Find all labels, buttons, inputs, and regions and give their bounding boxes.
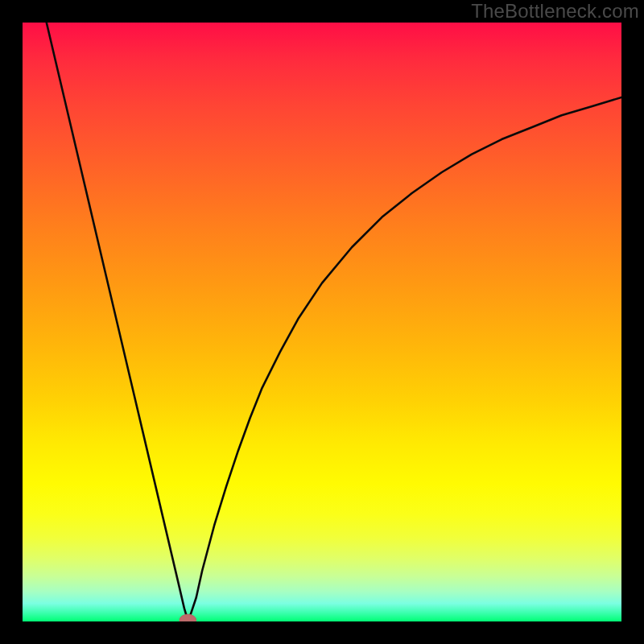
plot-area xyxy=(23,23,621,621)
bottleneck-curve xyxy=(47,23,621,621)
chart-frame: TheBottleneck.com xyxy=(0,0,644,644)
minimum-marker xyxy=(180,614,196,621)
plot-svg xyxy=(23,23,621,621)
watermark-text: TheBottleneck.com xyxy=(471,0,639,23)
